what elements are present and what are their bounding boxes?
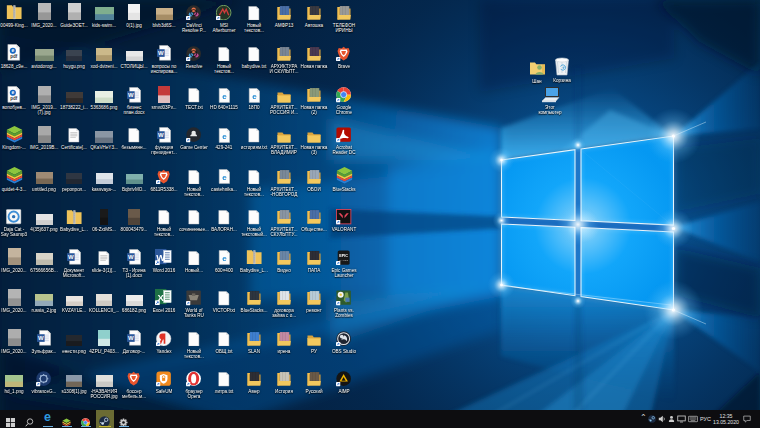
svg-text:e: e [222, 173, 227, 182]
svg-text:W: W [158, 132, 164, 138]
svg-text:e: e [222, 254, 227, 263]
svg-text:EPIC: EPIC [340, 254, 349, 258]
svg-text:GAMES: GAMES [339, 258, 348, 261]
svg-text:W: W [128, 254, 134, 260]
svg-text:e: e [12, 90, 15, 95]
svg-text:W: W [128, 92, 134, 98]
svg-text:e: e [222, 92, 227, 101]
svg-text:e: e [12, 49, 15, 54]
svg-text:W: W [68, 254, 74, 260]
svg-text:W: W [128, 335, 134, 341]
svg-text:pdf: pdf [11, 55, 18, 60]
svg-text:W: W [38, 335, 44, 341]
svg-text:W: W [158, 50, 164, 56]
svg-text:e: e [222, 132, 227, 141]
svg-text:e: e [252, 92, 257, 101]
svg-text:pdf: pdf [11, 96, 18, 101]
